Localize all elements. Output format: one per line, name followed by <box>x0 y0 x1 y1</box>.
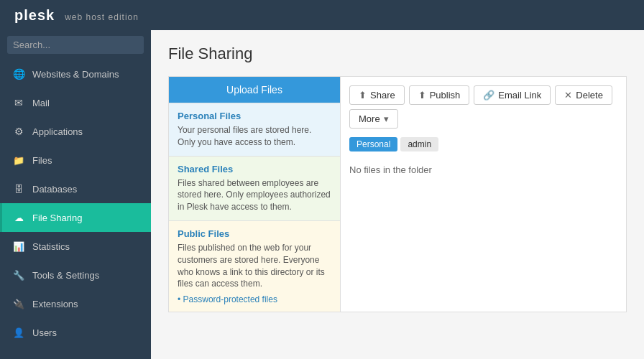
sidebar-item-users[interactable]: Users <box>0 318 151 347</box>
search-container <box>0 30 151 60</box>
upload-button[interactable]: Upload Files <box>169 77 340 103</box>
publish-icon: ⬆ <box>418 90 426 101</box>
empty-folder-message: No files in the folder <box>349 159 617 181</box>
sidebar-item-files[interactable]: Files <box>0 146 151 174</box>
personal-files-item[interactable]: Personal Files Your personal files are s… <box>169 103 340 156</box>
share-icon: ⬆ <box>359 90 367 101</box>
sidebar-item-label: Websites & Domains <box>32 69 119 80</box>
sidebar-item-tools[interactable]: Tools & Settings <box>0 261 151 289</box>
sidebar-item-label: Extensions <box>32 299 78 309</box>
personal-files-title: Personal Files <box>178 111 331 121</box>
shared-files-item[interactable]: Shared Files Files shared between employ… <box>169 156 340 220</box>
public-files-desc: Files published on the web for your cust… <box>178 242 331 290</box>
gear-icon <box>12 125 25 138</box>
folder-panel: Upload Files Personal Files Your persona… <box>168 76 341 312</box>
users-icon <box>12 326 25 339</box>
search-input[interactable] <box>7 36 144 54</box>
breadcrumb: Personal admin <box>349 137 617 151</box>
more-button[interactable]: More ▾ <box>349 109 398 129</box>
sidebar-item-filesharing[interactable]: File Sharing <box>0 203 151 232</box>
page-title: File Sharing <box>168 45 627 63</box>
public-files-item[interactable]: Public Files Files published on the web … <box>169 220 340 312</box>
tools-icon <box>12 269 25 281</box>
password-protected-link[interactable]: Password-protected files <box>178 294 331 304</box>
chevron-down-icon: ▾ <box>384 113 389 124</box>
breadcrumb-personal[interactable]: Personal <box>349 137 397 151</box>
sidebar-item-websites[interactable]: Websites & Domains <box>0 60 151 88</box>
email-link-button[interactable]: 🔗 Email Link <box>474 85 551 105</box>
sidebar-item-extensions[interactable]: Extensions <box>0 289 151 318</box>
sidebar-item-label: File Sharing <box>32 213 82 223</box>
publish-button[interactable]: ⬆ Publish <box>409 85 470 105</box>
sidebar-item-statistics[interactable]: Statistics <box>0 232 151 261</box>
sidebar-item-label: Applications <box>32 126 83 137</box>
files-icon <box>12 154 25 167</box>
sidebar: Websites & Domains Mail Applications Fil… <box>0 30 151 359</box>
ext-icon <box>12 297 25 310</box>
link-icon: 🔗 <box>483 90 494 101</box>
breadcrumb-admin[interactable]: admin <box>400 137 438 151</box>
delete-button[interactable]: ✕ Delete <box>555 85 612 105</box>
personal-files-desc: Your personal files are stored here. Onl… <box>178 124 331 149</box>
mail-icon <box>12 96 25 109</box>
topbar: plesk web host edition <box>0 0 644 30</box>
brand-logo: plesk web host edition <box>10 7 139 24</box>
sidebar-item-label: Tools & Settings <box>32 270 99 281</box>
sidebar-item-databases[interactable]: Databases <box>0 174 151 203</box>
stats-icon <box>12 240 25 253</box>
content-body: Upload Files Personal Files Your persona… <box>168 76 627 312</box>
public-files-title: Public Files <box>178 228 331 239</box>
file-browser-panel: ⬆ Share ⬆ Publish 🔗 Email Link ✕ Delete <box>341 76 627 312</box>
sidebar-item-label: Mail <box>32 98 50 108</box>
main-content: File Sharing Upload Files Personal Files… <box>151 30 644 359</box>
sidebar-item-label: Statistics <box>32 241 70 252</box>
sidebar-item-mail[interactable]: Mail <box>0 88 151 117</box>
shared-files-desc: Files shared between employees are store… <box>178 177 331 213</box>
shared-files-title: Shared Files <box>178 164 331 174</box>
file-toolbar: ⬆ Share ⬆ Publish 🔗 Email Link ✕ Delete <box>349 85 617 129</box>
delete-icon: ✕ <box>564 90 572 101</box>
share-button[interactable]: ⬆ Share <box>349 85 405 105</box>
sidebar-item-label: Files <box>32 155 52 166</box>
sidebar-item-applications[interactable]: Applications <box>0 117 151 146</box>
sidebar-item-label: Databases <box>32 184 77 195</box>
sidebar-item-label: Users <box>32 327 57 338</box>
globe-icon <box>12 67 25 80</box>
db-icon <box>12 182 25 195</box>
fileshare-icon <box>12 211 25 224</box>
